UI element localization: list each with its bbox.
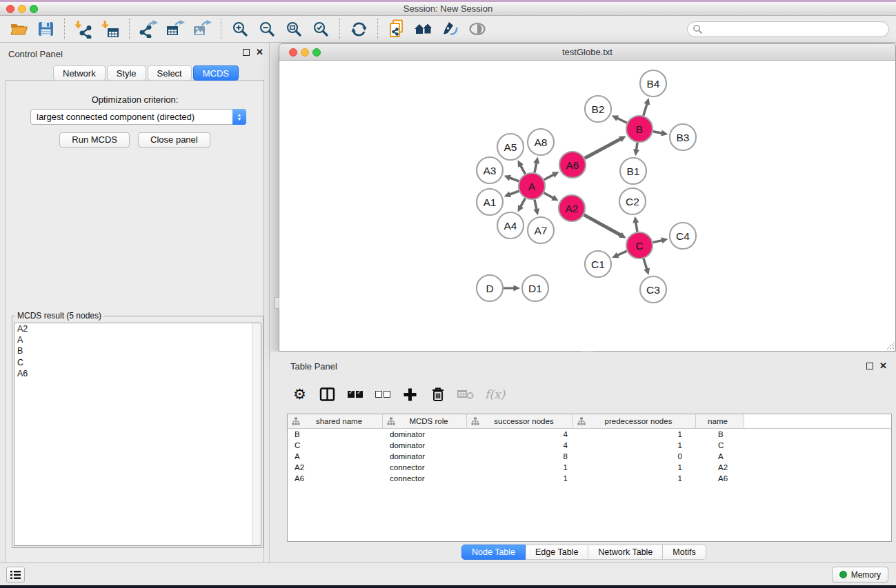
edge-A-A2[interactable]: [544, 193, 559, 201]
table-cell[interactable]: A: [696, 451, 744, 462]
edge-D-D1[interactable]: [504, 285, 520, 291]
table-cell[interactable]: 1: [573, 462, 696, 473]
table-row[interactable]: Adominator80A: [288, 451, 891, 462]
mcds-result-item[interactable]: A: [14, 334, 261, 345]
table-cell[interactable]: C: [288, 440, 383, 451]
zoom-out-button[interactable]: [257, 19, 277, 39]
open-session-button[interactable]: [9, 19, 28, 39]
select-all-columns-button[interactable]: [346, 385, 364, 403]
table-cell[interactable]: B: [288, 429, 383, 440]
zoom-fit-button[interactable]: [284, 19, 303, 39]
float-panel-icon[interactable]: [243, 49, 250, 56]
table-cell[interactable]: C: [696, 440, 744, 451]
run-mcds-button[interactable]: Run MCDS: [59, 132, 130, 148]
add-column-button[interactable]: [401, 385, 419, 403]
node-B[interactable]: B: [626, 116, 653, 142]
tab-network-table[interactable]: Network Table: [588, 545, 663, 560]
node-C4[interactable]: C4: [670, 223, 696, 249]
node-B2[interactable]: B2: [585, 96, 611, 122]
edge-A-A6[interactable]: [544, 172, 559, 179]
memory-button[interactable]: Memory: [832, 567, 888, 582]
delete-table-button[interactable]: [457, 385, 475, 403]
style-brush-button[interactable]: [441, 19, 460, 39]
node-C[interactable]: C: [626, 232, 653, 258]
node-A7[interactable]: A7: [528, 217, 554, 243]
table-cell[interactable]: connector: [383, 462, 467, 473]
unselect-all-columns-button[interactable]: [374, 385, 391, 403]
close-panel-icon[interactable]: ✕: [879, 363, 887, 369]
tab-network[interactable]: Network: [53, 65, 106, 81]
table-cell[interactable]: 1: [573, 473, 696, 484]
import-table-button[interactable]: [101, 19, 120, 39]
resize-grip-icon[interactable]: [884, 340, 895, 350]
edge-B-B1[interactable]: [633, 143, 639, 156]
table-cell[interactable]: 4: [467, 429, 573, 440]
tab-mcds[interactable]: MCDS: [193, 65, 239, 81]
criterion-select[interactable]: largest connected component (directed) ▲…: [30, 109, 246, 125]
tab-edge-table[interactable]: Edge Table: [526, 545, 588, 560]
splitter-handle-left[interactable]: [275, 297, 279, 309]
close-panel-icon[interactable]: ✕: [256, 49, 263, 56]
node-A1[interactable]: A1: [477, 189, 503, 215]
minimize-traffic-light[interactable]: [18, 5, 26, 13]
node-A8[interactable]: A8: [528, 129, 554, 155]
show-graphics-details-button[interactable]: [468, 19, 487, 39]
edge-C-C2[interactable]: [633, 216, 639, 232]
close-traffic-light[interactable]: [6, 5, 14, 13]
table-cell[interactable]: B: [696, 429, 744, 440]
edge-A2-C[interactable]: [584, 215, 626, 239]
function-builder-button[interactable]: f(x): [485, 385, 505, 403]
table-row[interactable]: Bdominator41B: [288, 429, 891, 440]
table-cell[interactable]: 4: [467, 440, 573, 451]
node-A3[interactable]: A3: [477, 157, 503, 183]
apply-layout-button[interactable]: [349, 19, 368, 39]
edge-C-C1[interactable]: [612, 251, 627, 258]
column-header-mcds-role[interactable]: MCDS role: [383, 414, 467, 428]
mcds-result-item[interactable]: A6: [14, 368, 261, 379]
table-cell[interactable]: 0: [573, 451, 696, 462]
export-network-button[interactable]: [139, 19, 158, 39]
mcds-result-item[interactable]: C: [14, 357, 261, 368]
edge-B-B4[interactable]: [644, 98, 650, 116]
table-cell[interactable]: 1: [467, 473, 573, 484]
export-table-button[interactable]: [166, 19, 185, 39]
column-header-shared-name[interactable]: shared name: [288, 414, 383, 428]
export-image-button[interactable]: [192, 19, 212, 39]
edge-A-A4[interactable]: [518, 199, 526, 212]
edge-B-B2[interactable]: [612, 116, 627, 123]
save-session-button[interactable]: [36, 19, 55, 39]
mcds-result-item[interactable]: B: [14, 345, 261, 356]
node-D[interactable]: D: [477, 275, 503, 301]
edge-A-A3[interactable]: [504, 175, 519, 181]
table-cell[interactable]: connector: [383, 473, 467, 484]
network-canvas[interactable]: AA1A2A3A4A5A6A7A8BB1B2B3B4CC1C2C3C4DD1: [279, 61, 895, 351]
tab-motifs[interactable]: Motifs: [663, 545, 706, 560]
node-A5[interactable]: A5: [497, 134, 524, 160]
mcds-list-scrollbar[interactable]: [252, 323, 261, 545]
table-cell[interactable]: A6: [288, 473, 383, 484]
node-C3[interactable]: C3: [640, 276, 666, 303]
node-A6[interactable]: A6: [559, 152, 586, 178]
home-button[interactable]: [414, 19, 433, 39]
clone-network-button[interactable]: [387, 19, 406, 39]
import-network-button[interactable]: [74, 19, 93, 39]
node-C2[interactable]: C2: [619, 188, 646, 214]
tab-node-table[interactable]: Node Table: [461, 545, 526, 560]
table-settings-button[interactable]: ⚙: [291, 385, 308, 403]
column-header-name[interactable]: name: [696, 414, 744, 428]
edge-C-C3[interactable]: [644, 258, 650, 275]
delete-column-button[interactable]: [429, 385, 446, 403]
edge-C-C4[interactable]: [653, 237, 668, 243]
edge-B-B3[interactable]: [653, 130, 668, 136]
table-cell[interactable]: 8: [467, 451, 573, 462]
minimize-traffic-light[interactable]: [301, 48, 309, 57]
table-cell[interactable]: 1: [467, 462, 573, 473]
table-cell[interactable]: A2: [696, 462, 744, 473]
table-row[interactable]: A6connector11A6: [288, 473, 891, 484]
node-A[interactable]: A: [519, 173, 545, 199]
mcds-result-item[interactable]: A2: [14, 323, 261, 334]
table-cell[interactable]: A: [288, 451, 383, 462]
zoom-traffic-light[interactable]: [30, 5, 38, 13]
table-cell[interactable]: A2: [288, 462, 383, 473]
search-input[interactable]: [687, 21, 889, 37]
